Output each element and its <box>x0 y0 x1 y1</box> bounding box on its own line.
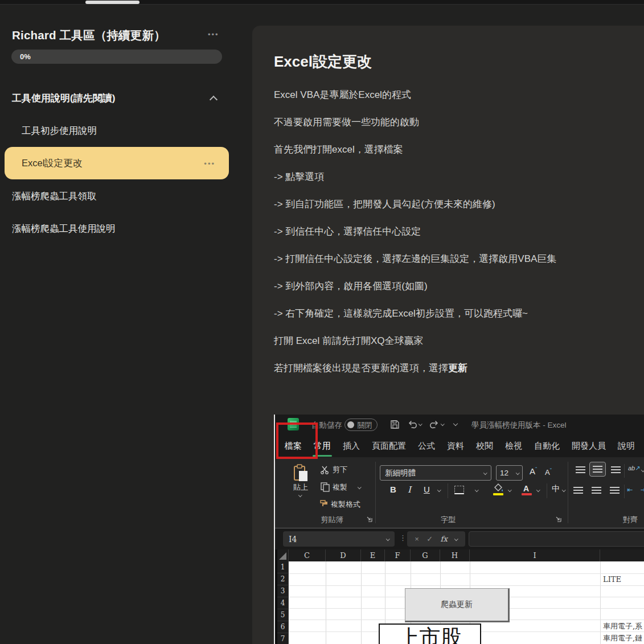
align-center-icon <box>592 487 601 494</box>
cut-button: 剪下 <box>333 465 347 475</box>
column-header: I <box>470 549 600 561</box>
excel-titlebar: 自動儲存 關閉 學員漲幅榜使用版本 - Excel <box>275 415 644 435</box>
cancel-icon: × <box>415 535 419 543</box>
sidebar-section-title[interactable]: 工具使用說明(請先閱讀) <box>12 92 115 105</box>
chevron-down-icon <box>386 537 389 540</box>
align-top-icon <box>576 466 585 473</box>
sidebar-item-label: Excel設定更改 <box>22 157 82 170</box>
tab-review: 校閱 <box>476 441 493 452</box>
paragraph: Excel VBA是專屬於Excel的程式 <box>274 88 627 101</box>
toggle-knob-icon <box>347 421 354 428</box>
sidebar-item-crawler-manual[interactable]: 漲幅榜爬蟲工具使用說明 <box>12 223 116 235</box>
copy-dropdown-icon <box>358 485 361 489</box>
borders-icon <box>454 486 464 494</box>
ribbon: 貼上 剪下 複製 複製格式 剪貼簿 <box>275 457 644 528</box>
paragraph: -> 點擊選項 <box>274 170 627 183</box>
font-color-dropdown-icon <box>536 488 540 491</box>
row-header: 3 <box>277 585 288 597</box>
increase-indent-icon: ⇥ <box>641 486 644 494</box>
redo-icon <box>430 420 439 429</box>
orientation-dropdown-icon <box>641 468 644 471</box>
sidebar-item-tool-intro[interactable]: 工具初步使用說明 <box>22 125 97 137</box>
row-header: 4 <box>277 597 288 609</box>
grow-font-button: Aˆ <box>530 466 537 476</box>
copy-icon <box>321 482 330 492</box>
chevron-down-icon <box>516 471 519 474</box>
insert-function-icon: fx <box>441 535 448 543</box>
orientation-icon: ab↗ <box>628 465 640 472</box>
undo-dropdown-icon <box>419 422 422 425</box>
column-header: G <box>411 549 440 561</box>
cell-text-lite: LITE <box>603 575 621 584</box>
excel-screenshot-image[interactable]: 自動儲存 關閉 學員漲幅榜使用版本 - Excel <box>274 415 644 644</box>
column-header <box>600 549 644 561</box>
sidebar-item-excel-settings[interactable]: Excel設定更改 ••• <box>5 147 229 179</box>
tab-developer: 開發人員 <box>572 441 606 452</box>
name-box: I4 <box>283 531 395 547</box>
workspace-title: Richard 工具區（持續更新） <box>12 27 166 43</box>
sidebar-item-menu-button[interactable]: ••• <box>204 159 215 168</box>
worksheet-grid: C D E F G H I 1 2 3 4 5 6 7 <box>275 549 644 644</box>
align-middle-icon <box>589 462 606 477</box>
cut-scissors-icon <box>321 466 329 474</box>
paragraph: 若打開檔案後出現是否更新的選項，選擇更新 <box>274 362 627 375</box>
underline-button: U <box>424 485 430 494</box>
column-header: D <box>326 549 361 561</box>
tab-insert: 插入 <box>343 441 360 452</box>
decrease-indent-icon: ⇤ <box>627 486 633 494</box>
page-title: Excel設定更改 <box>274 52 372 72</box>
paragraph: 打開 Excel 前請先打開XQ全球贏家 <box>274 334 627 347</box>
tab-formulas: 公式 <box>418 441 435 452</box>
select-all-corner <box>277 549 289 561</box>
save-icon <box>390 420 400 429</box>
font-color-icon: A <box>523 484 529 493</box>
formula-buttons: × ✓ fx <box>407 531 465 547</box>
borders-dropdown-icon <box>475 488 478 491</box>
paste-dropdown-icon <box>298 493 302 497</box>
progress-bar: 0% <box>11 50 222 64</box>
column-header: E <box>361 549 385 561</box>
enter-check-icon: ✓ <box>426 535 433 543</box>
chevron-up-icon[interactable] <box>210 96 218 104</box>
grid-body: 1 2 3 4 5 6 7 <box>277 561 644 644</box>
cell-text-auto-electronics-1: 車用電子,系 <box>603 621 642 631</box>
tab-page-layout: 頁面配置 <box>372 441 406 452</box>
top-bar <box>0 0 644 5</box>
format-painter-button: 複製格式 <box>331 499 360 510</box>
quick-access-customize-icon <box>453 421 458 426</box>
workspace-menu-button[interactable]: ••• <box>208 30 219 39</box>
column-headers: C D E F G H I <box>277 549 644 561</box>
formula-input <box>469 531 644 547</box>
clipboard-group-label: 剪貼簿 <box>306 515 358 525</box>
select-all-triangle-icon <box>279 552 286 560</box>
fill-color-icon <box>494 483 504 493</box>
font-size-select: 12 <box>496 465 523 481</box>
font-group-label: 字型 <box>420 515 477 525</box>
autosave-toggle: 關閉 <box>344 419 378 431</box>
underline-dropdown-icon <box>437 488 441 491</box>
tab-help: 說明 <box>618 441 635 452</box>
paragraph: -> 到外部內容，啟用各個選項(如圖) <box>274 280 627 293</box>
font-color-bar <box>522 493 532 495</box>
redo-dropdown-icon <box>441 422 444 425</box>
top-scrollbar-thumb[interactable] <box>85 1 140 4</box>
paragraph: -> 到自訂功能區，把開發人員勾起(方便未來的維修) <box>274 198 627 211</box>
chevron-down-icon <box>483 471 487 474</box>
tab-view: 檢視 <box>505 441 522 452</box>
phonetic-guide-icon: 中 <box>552 484 560 494</box>
red-annotation-box <box>276 423 318 459</box>
row-header: 6 <box>277 621 288 633</box>
italic-button: I <box>408 485 411 495</box>
sidebar-item-crawler-claim[interactable]: 漲幅榜爬蟲工具領取 <box>12 190 97 203</box>
chevron-down-icon <box>454 537 458 540</box>
clipboard-dialog-launcher-icon <box>366 516 373 523</box>
column-header: C <box>289 549 326 561</box>
fill-color-dropdown-icon <box>508 488 511 491</box>
align-left-icon <box>573 487 583 494</box>
row-headers: 1 2 3 4 5 6 7 <box>277 561 289 644</box>
fill-color-bar <box>493 493 503 495</box>
excel-document-title: 學員漲幅榜使用版本 - Excel <box>471 420 567 430</box>
paragraph: -> 右下角確定，這樣就完成Excel初步設置，可以跑程式囉~ <box>274 307 627 320</box>
ribbon-tab-strip: 檔案 常用 插入 頁面配置 公式 資料 校閱 檢視 自動化 開發人員 說明 <box>275 435 644 457</box>
row-header: 1 <box>277 561 288 573</box>
